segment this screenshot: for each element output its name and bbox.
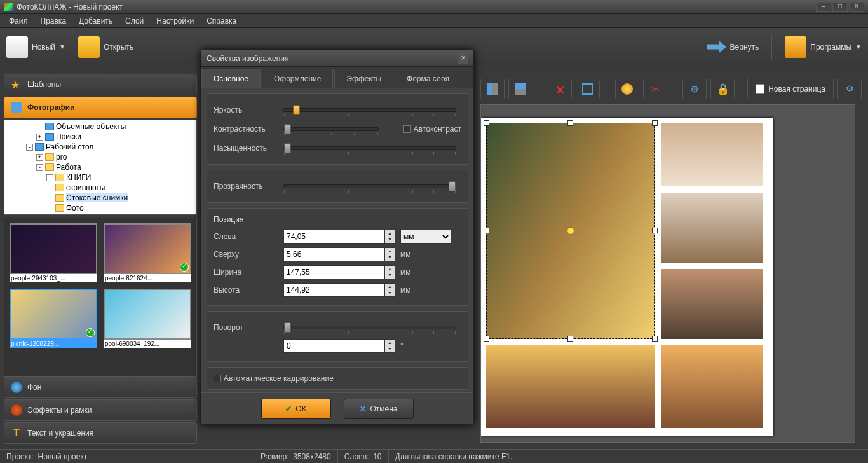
- ok-button[interactable]: ✔ OK: [261, 399, 331, 419]
- flip-h-icon: [487, 83, 498, 95]
- rotation-slider[interactable]: [283, 326, 456, 329]
- collage-image[interactable]: [661, 123, 763, 186]
- tree-item[interactable]: Объемные объекты: [6, 121, 195, 132]
- height-label: Высота: [214, 286, 283, 294]
- thumbnail[interactable]: people-821624...: [104, 223, 191, 282]
- top-input[interactable]: [283, 247, 385, 261]
- maximize-button[interactable]: □: [832, 2, 848, 12]
- accordion-photos[interactable]: Фотографии: [4, 97, 197, 118]
- tree-item[interactable]: +pro: [6, 152, 195, 162]
- tab-main[interactable]: Основное: [201, 69, 261, 88]
- toolbar-programs-label: Программы: [810, 43, 851, 52]
- app-logo-icon: [4, 3, 13, 11]
- toolbar-new[interactable]: Новый ▼: [6, 36, 65, 58]
- menu-settings[interactable]: Настройки: [150, 15, 200, 27]
- menu-add[interactable]: Добавить: [72, 15, 119, 27]
- scissors-icon: ✂: [649, 83, 661, 95]
- toolbar-open[interactable]: Открыть: [78, 36, 133, 58]
- properties-dialog: Свойства изображения × Основное Оформлен…: [201, 50, 474, 425]
- accordion-background[interactable]: Фон: [4, 377, 197, 398]
- menu-layer[interactable]: Слой: [119, 15, 150, 27]
- menu-help[interactable]: Справка: [200, 15, 243, 27]
- saturation-slider[interactable]: [283, 146, 456, 150]
- height-spinner[interactable]: ▲▼: [385, 283, 395, 297]
- rotation-spinner[interactable]: ▲▼: [385, 339, 395, 353]
- collage-page: [481, 118, 773, 436]
- new-page-button[interactable]: Новая страница: [747, 79, 834, 99]
- menu-file[interactable]: Файл: [3, 15, 34, 27]
- cancel-button[interactable]: ✕ Отмена: [344, 399, 414, 419]
- width-input[interactable]: [283, 265, 385, 279]
- toolbar-programs[interactable]: Программы ▼: [785, 36, 862, 58]
- flip-vertical-button[interactable]: [508, 79, 532, 99]
- tab-effects[interactable]: Эффекты: [334, 69, 393, 88]
- left-spinner[interactable]: ▲▼: [385, 230, 395, 244]
- x-red-icon: ✕: [554, 83, 566, 95]
- collage-image[interactable]: [661, 345, 763, 428]
- status-size: Размер: 3508x2480: [254, 450, 338, 463]
- toolbar-new-label: Новый: [32, 43, 55, 52]
- collage-image[interactable]: [661, 269, 763, 339]
- transparency-slider[interactable]: [283, 184, 456, 188]
- tab-layer-shape[interactable]: Форма слоя: [395, 69, 461, 88]
- collage-image[interactable]: [661, 193, 763, 263]
- rotation-label: Поворот: [214, 323, 283, 332]
- unit-label: мм: [400, 286, 426, 294]
- delete-button[interactable]: ✕: [548, 79, 572, 99]
- tree-item[interactable]: -Работа: [6, 162, 195, 172]
- crop-icon: [582, 83, 593, 95]
- lock-button[interactable]: 🔓: [710, 79, 735, 99]
- collage-image[interactable]: [486, 345, 655, 428]
- canvas-area[interactable]: [480, 104, 855, 443]
- globe-icon: [11, 382, 22, 393]
- thumbnail[interactable]: picnic-1208229...: [10, 289, 97, 348]
- thumbnail[interactable]: people-2943103_...: [10, 223, 97, 282]
- toolbar-return[interactable]: Вернуть: [707, 41, 759, 53]
- width-spinner[interactable]: ▲▼: [385, 265, 395, 279]
- contrast-slider[interactable]: [283, 127, 379, 131]
- rotation-unit: °: [400, 342, 426, 350]
- status-project: Проект: Новый проект: [0, 450, 254, 463]
- dialog-title-bar[interactable]: Свойства изображения ×: [201, 50, 473, 67]
- color-button[interactable]: [615, 79, 639, 99]
- dialog-close-button[interactable]: ×: [458, 53, 468, 64]
- close-button[interactable]: ×: [849, 2, 864, 12]
- new-page-label: Новая страница: [768, 85, 825, 93]
- menu-edit[interactable]: Правка: [34, 15, 73, 27]
- tree-item[interactable]: -Рабочий стол: [6, 142, 195, 152]
- unit-select[interactable]: мм: [400, 230, 451, 244]
- thumbnail[interactable]: pool-690034_192...: [104, 289, 191, 348]
- tree-item[interactable]: скриншоты: [6, 183, 195, 193]
- selection-frame[interactable]: [486, 123, 655, 339]
- flip-horizontal-button[interactable]: [480, 79, 505, 99]
- crop-button[interactable]: [576, 79, 600, 99]
- accordion-templates[interactable]: ★ Шаблоны: [4, 74, 197, 95]
- minimize-button[interactable]: –: [816, 2, 831, 12]
- left-label: Слева: [214, 232, 283, 241]
- folder-tree[interactable]: Объемные объекты+Поиски-Рабочий стол+pro…: [4, 120, 197, 215]
- top-spinner[interactable]: ▲▼: [385, 247, 395, 261]
- autocontrast-checkbox[interactable]: Автоконтраст: [403, 125, 461, 134]
- brightness-slider[interactable]: [283, 108, 456, 112]
- position-heading: Позиция: [214, 215, 461, 224]
- autocrop-checkbox[interactable]: Автоматическое кадрирование: [214, 374, 461, 383]
- status-help: Для вызова справки нажмите F1.: [389, 450, 868, 463]
- rotation-input[interactable]: [283, 339, 385, 353]
- check-icon: ✔: [285, 404, 292, 413]
- left-input[interactable]: [283, 230, 385, 244]
- tree-item[interactable]: Стоковые снимки: [6, 193, 195, 203]
- accordion-effects[interactable]: Эффекты и рамки: [4, 399, 197, 421]
- tree-item[interactable]: +Поиски: [6, 132, 195, 142]
- accordion-text[interactable]: T Текст и украшения: [4, 422, 197, 444]
- settings-button[interactable]: ⚙: [682, 79, 707, 99]
- photo-icon: [11, 102, 22, 113]
- x-blue-icon: ✕: [360, 404, 366, 413]
- cut-button[interactable]: ✂: [643, 79, 667, 99]
- programs-box-icon: [785, 36, 806, 58]
- page-settings-button[interactable]: ⚙: [837, 79, 862, 99]
- height-input[interactable]: [283, 283, 385, 297]
- tab-decoration[interactable]: Оформление: [262, 69, 333, 88]
- tree-item[interactable]: Фото: [6, 203, 195, 213]
- rotation-handle-icon[interactable]: [567, 227, 574, 235]
- tree-item[interactable]: +КНИГИ: [6, 172, 195, 183]
